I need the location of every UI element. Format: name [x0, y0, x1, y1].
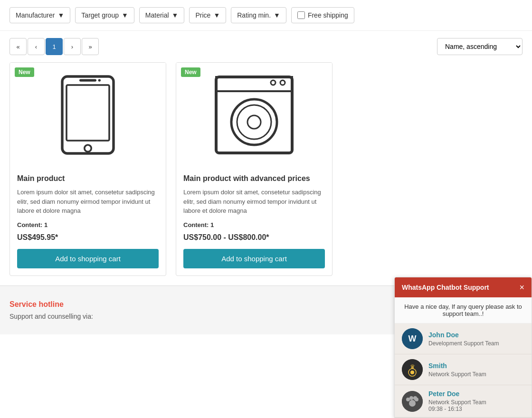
- chevron-down-icon: ▼: [274, 11, 280, 19]
- page-prev-btn[interactable]: ‹: [28, 38, 45, 55]
- svg-point-11: [247, 115, 261, 129]
- target-group-filter[interactable]: Target group ▼: [75, 7, 134, 23]
- product-info-1: Main product Lorem ipsum dolor sit amet,…: [10, 167, 166, 276]
- svg-rect-3: [79, 79, 96, 81]
- john-avatar-icon: W: [402, 328, 423, 334]
- chatbot-close-btn[interactable]: ×: [519, 283, 524, 292]
- free-shipping-checkbox[interactable]: [297, 11, 305, 19]
- agent-name-john: John Doe: [428, 331, 524, 334]
- content-value-1: 1: [44, 221, 48, 228]
- content-label-2: Content:: [183, 221, 209, 228]
- phone-icon: [50, 72, 126, 158]
- chevron-down-icon: ▼: [122, 11, 128, 19]
- product-card-1: New Main product Lorem ipsum dolor sit a…: [10, 62, 166, 276]
- product-content-2: Content: 1: [183, 221, 325, 228]
- product-description-1: Lorem ipsum dolor sit amet, consetetur s…: [17, 188, 159, 216]
- toolbar: « ‹ 1 › » Name, ascending Name, descendi…: [0, 31, 532, 62]
- add-to-cart-btn-2[interactable]: Add to shopping cart: [183, 249, 325, 268]
- page-1-btn[interactable]: 1: [46, 38, 63, 55]
- free-shipping-label: Free shipping: [308, 11, 348, 19]
- sort-select[interactable]: Name, ascending Name, descending Price, …: [437, 38, 522, 55]
- product-image-area-2: New: [176, 63, 332, 167]
- agent-info-john: John Doe Development Support Team: [428, 331, 524, 334]
- badge-new-1: New: [15, 67, 34, 77]
- svg-point-9: [231, 99, 277, 145]
- product-card-2: New Main product with advanced prices Lo…: [176, 62, 332, 276]
- agent-john-doe[interactable]: W John Doe Development Support Team: [395, 323, 532, 334]
- product-grid: New Main product Lorem ipsum dolor sit a…: [0, 62, 532, 285]
- chevron-down-icon: ▼: [57, 11, 64, 19]
- manufacturer-label: Manufacturer: [16, 11, 55, 19]
- rating-filter[interactable]: Rating min. ▼: [231, 7, 286, 23]
- svg-point-4: [98, 79, 101, 81]
- price-label: Price: [195, 11, 210, 19]
- chatbot-panel: WhatsApp Chatbot Support × Have a nice d…: [394, 277, 532, 334]
- svg-point-10: [237, 105, 271, 139]
- chatbot-agents: W John Doe Development Support Team ♛: [395, 323, 532, 334]
- page-next-btn[interactable]: ›: [64, 38, 81, 55]
- badge-new-2: New: [181, 67, 200, 77]
- product-title-1: Main product: [17, 174, 159, 183]
- product-title-2: Main product with advanced prices: [183, 174, 325, 183]
- svg-point-2: [85, 145, 91, 152]
- page-last-btn[interactable]: »: [82, 38, 99, 55]
- add-to-cart-btn-1[interactable]: Add to shopping cart: [17, 249, 159, 268]
- svg-point-12: [402, 328, 423, 334]
- rating-label: Rating min.: [237, 11, 271, 19]
- agent-avatar-john: W: [402, 328, 423, 334]
- product-price-2: US$750.00 - US$800.00*: [183, 233, 325, 242]
- product-content-1: Content: 1: [17, 221, 159, 228]
- manufacturer-filter[interactable]: Manufacturer ▼: [10, 7, 70, 23]
- svg-text:W: W: [408, 334, 417, 334]
- filter-bar: Manufacturer ▼ Target group ▼ Material ▼…: [0, 0, 532, 31]
- svg-rect-1: [66, 85, 109, 141]
- target-group-label: Target group: [81, 11, 119, 19]
- pagination: « ‹ 1 › »: [10, 38, 99, 55]
- chatbot-header: WhatsApp Chatbot Support ×: [395, 277, 532, 297]
- price-filter[interactable]: Price ▼: [189, 7, 226, 23]
- product-info-2: Main product with advanced prices Lorem …: [176, 167, 332, 276]
- content-label-1: Content:: [17, 221, 42, 228]
- product-description-2: Lorem ipsum dolor sit amet, consetetur s…: [183, 188, 325, 216]
- product-image-area-1: New: [10, 63, 166, 167]
- content-value-2: 1: [210, 221, 214, 228]
- free-shipping-filter[interactable]: Free shipping: [291, 7, 354, 23]
- washer-icon: [211, 72, 297, 158]
- page-first-btn[interactable]: «: [10, 38, 27, 55]
- chatbot-message: Have a nice day, If any query please ask…: [395, 297, 532, 323]
- material-filter[interactable]: Material ▼: [139, 7, 185, 23]
- chatbot-title: WhatsApp Chatbot Support: [402, 284, 489, 291]
- svg-point-8: [280, 80, 285, 85]
- chevron-down-icon: ▼: [172, 11, 179, 19]
- chevron-down-icon: ▼: [213, 11, 220, 19]
- material-label: Material: [145, 11, 169, 19]
- product-price-1: US$495.95*: [17, 233, 159, 242]
- svg-point-7: [271, 80, 276, 85]
- svg-rect-0: [62, 76, 114, 153]
